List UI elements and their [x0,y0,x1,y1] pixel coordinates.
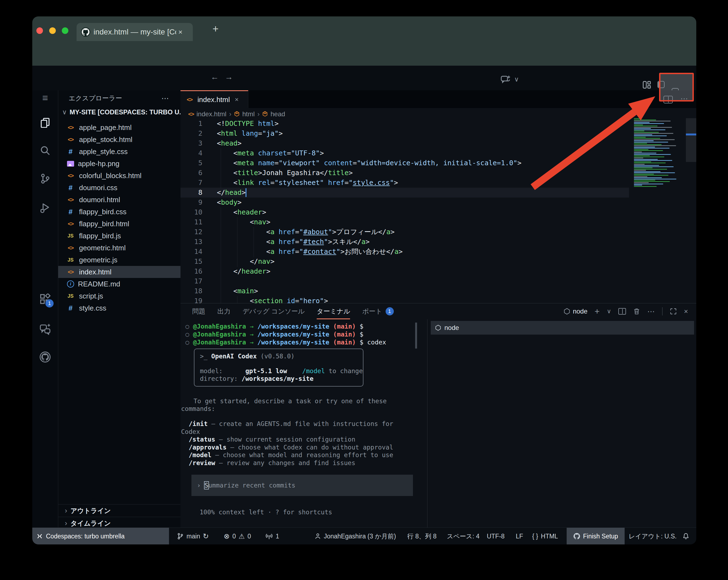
panel-tab-ターミナル[interactable]: ターミナル [317,307,350,316]
traffic-zoom-button[interactable] [62,27,68,34]
terminal-profile[interactable]: node [564,307,588,315]
indentation-status[interactable]: スペース: 4 [447,528,479,545]
eol-status[interactable]: LF [516,528,523,545]
file-row-doumori.css[interactable]: #doumori.css [58,182,181,194]
code-editor[interactable]: 1<!DOCTYPE html>2<html lang="ja">3<head>… [181,120,696,303]
breadcrumb-head[interactable]: head [270,110,285,118]
explorer-title: エクスプローラー [69,94,122,103]
kill-terminal-trash-icon[interactable] [633,307,640,315]
github-favicon [81,27,90,37]
file-row-flappy_bird.js[interactable]: JSflappy_bird.js [58,230,181,242]
file-row-flappy_bird.css[interactable]: #flappy_bird.css [58,206,181,218]
author-status[interactable]: JonahEgashira (3 か月前) [314,528,396,545]
person-icon [314,533,321,539]
breadcrumb-file[interactable]: index.html [197,110,227,118]
file-row-script.js[interactable]: JSscript.js [58,290,181,302]
line-number: 17 [181,276,202,286]
line-number: 5 [181,158,202,168]
code-line: <main> [217,286,258,296]
maximize-panel-icon[interactable] [670,308,677,315]
html-file-icon: <> [185,96,194,103]
chat-dropdown-chevron-icon[interactable]: ∨ [514,76,519,83]
ports-status[interactable]: 1 [265,528,279,545]
menu-hamburger-icon[interactable]: ≡ [32,93,58,103]
file-row-style.css[interactable]: #style.css [58,302,181,314]
explorer-root-folder[interactable]: ∨ MY-SITE [CODESPACES: TURBO U... [58,106,181,118]
code-line: <a href="#contact">お問い合わせ</a> [217,247,402,257]
panel-tab-問題[interactable]: 問題 [192,307,205,316]
explorer-more-icon[interactable]: ⋯ [161,94,169,103]
split-terminal-icon[interactable] [618,308,626,314]
code-line: <nav> [217,217,270,227]
code-line: <a href="#tech">スキル</a> [217,237,370,247]
html-file-icon: <> [66,124,75,131]
cursor-position-status[interactable]: 行 8、列 8 [407,528,437,545]
traffic-close-button[interactable] [36,27,43,34]
customize-layout-icon[interactable] [643,81,651,89]
tab-close-icon[interactable]: × [235,96,239,103]
new-terminal-icon[interactable]: + [595,306,600,317]
search-sidebar-icon[interactable] [32,145,58,156]
remote-indicator[interactable]: Codespaces: turbo umbrella [32,528,169,545]
terminal-scrollbar[interactable] [415,323,417,349]
code-line: </head> [217,188,245,198]
github-sidebar-icon[interactable] [32,351,58,363]
new-tab-button[interactable]: + [210,22,221,35]
extensions-icon[interactable]: 1 [32,293,58,305]
minimap-slider[interactable] [686,118,696,162]
file-row-geometric.html[interactable]: <>geometric.html [58,242,181,254]
traffic-minimize-button[interactable] [49,27,56,34]
keyboard-layout-status[interactable]: レイアウト: U.S. [629,528,677,545]
branch-status[interactable]: main ↻ [177,528,209,545]
source-control-icon[interactable] [32,172,58,185]
run-debug-icon[interactable] [32,201,58,214]
file-row-apple_stock.html[interactable]: <>apple_stock.html [58,133,181,146]
file-row-doumori.html[interactable]: <>doumori.html [58,194,181,206]
terminal-dropdown-chevron-icon[interactable]: ∨ [607,308,611,315]
file-row-apple_page.html[interactable]: <>apple_page.html [58,122,181,133]
tab-close-icon[interactable]: × [178,28,182,36]
timeline-section[interactable]: › タイムライン [58,517,181,527]
css-file-icon: # [66,304,75,312]
editor-tab-index-html[interactable]: <> index.html × [181,90,248,108]
line-number: 7 [181,178,202,188]
close-panel-icon[interactable]: × [684,307,688,316]
file-name: doumori.css [79,183,117,192]
notifications-bell[interactable] [682,528,690,545]
chat-icon[interactable] [500,75,511,85]
editor-back-icon[interactable]: ← [211,72,219,81]
terminal-output[interactable]: >_ OpenAI Codex (v0.58.0) model: gpt-5.1… [181,319,427,528]
file-name: index.html [79,268,111,276]
panel-more-actions-icon[interactable]: ⋯ [647,307,655,316]
line-number: 14 [181,247,202,257]
outline-section[interactable]: › アウトライン [58,504,181,517]
browser-tab[interactable]: index.html — my-site [Codesp × [77,23,193,41]
line-number: 4 [181,148,202,158]
editor-forward-icon[interactable]: → [225,72,233,81]
problems-status[interactable]: ⊗ 0 ⚠ 0 [224,528,251,545]
js-file-icon: JS [66,257,75,263]
file-row-flappy_bird.html[interactable]: <>flappy_bird.html [58,218,181,230]
encoding-status[interactable]: UTF-8 [487,528,504,545]
finish-setup-button[interactable]: Finish Setup [567,528,625,545]
file-row-geometric.js[interactable]: JSgeometric.js [58,254,181,266]
line-number: 3 [181,138,202,148]
file-row-index.html[interactable]: <>index.html [58,266,181,278]
scrollbar-cursor-marker [686,133,696,135]
panel-tab-デバッグ コンソール[interactable]: デバッグ コンソール [242,307,305,316]
terminal-list-item-node[interactable]: node [431,321,694,335]
html-file-icon: <> [66,269,75,275]
file-row-apple_style.css[interactable]: #apple_style.css [58,146,181,158]
file-row-README.md[interactable]: iREADME.md [58,278,181,290]
panel-tab-出力[interactable]: 出力 [217,307,231,316]
codex-input-row[interactable]: › Summarize recent commits [191,475,413,496]
breadcrumb-html[interactable]: html [242,110,255,118]
file-row-apple-hp.png[interactable]: apple-hp.png [58,158,181,170]
errors-icon: ⊗ [224,532,230,540]
file-row-colorful_blocks.html[interactable]: <>colorful_blocks.html [58,170,181,182]
language-status[interactable]: { } HTML [532,528,558,545]
chat-sidebar-icon[interactable] [32,323,58,335]
explorer-icon[interactable] [32,117,58,129]
line-number: 13 [181,237,202,247]
panel-tab-ポート[interactable]: ポート1 [362,307,393,316]
